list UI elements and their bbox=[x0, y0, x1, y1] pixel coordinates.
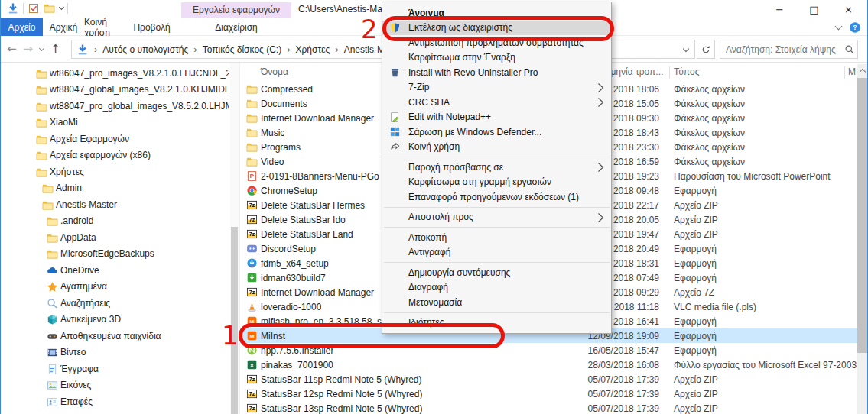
context-menu-item[interactable]: Άνοιγμα bbox=[382, 5, 611, 21]
context-menu-item[interactable]: Edit with Notepad++ bbox=[382, 110, 611, 125]
column-header-size[interactable]: Μ bbox=[848, 66, 856, 77]
qat-dropdown-icon[interactable] bbox=[59, 5, 64, 10]
tree-scrollbar-thumb[interactable] bbox=[231, 227, 238, 414]
file-row[interactable]: Xpinakas_700190028/03/2018 16:08Φύλλο ερ… bbox=[240, 357, 858, 372]
context-menu-item[interactable]: Αντιμετώπιση προβλημάτων συμβατότητας bbox=[382, 35, 611, 50]
scroll-up-button[interactable] bbox=[857, 64, 867, 76]
properties-check-icon[interactable] bbox=[28, 2, 40, 15]
back-icon[interactable]: ← bbox=[7, 44, 17, 55]
sidebar-item[interactable]: Εικόνες bbox=[2, 377, 229, 394]
context-menu-item[interactable]: Κοινή χρήση bbox=[382, 140, 611, 155]
sidebar-item[interactable]: Admin bbox=[2, 180, 229, 197]
help-icon[interactable]: ? bbox=[849, 21, 861, 34]
context-menu-item-label: Αντιμετώπιση προβλημάτων συμβατότητας bbox=[408, 37, 584, 48]
sidebar-item[interactable]: wt88047_global_images_V8.2.1.0.KHJMIDL_2… bbox=[2, 82, 229, 99]
context-menu-item[interactable]: CRC SHA bbox=[382, 95, 611, 110]
breadcrumb-item[interactable]: Χρήστες bbox=[296, 44, 330, 55]
up-icon[interactable]: ↑ bbox=[50, 44, 60, 55]
recent-locations-icon[interactable] bbox=[39, 46, 44, 51]
column-header-name[interactable]: Όνομα bbox=[261, 66, 288, 77]
folder-icon bbox=[36, 84, 47, 95]
breadcrumb-separator[interactable]: › bbox=[287, 44, 290, 55]
context-menu-item[interactable]: Αντιγραφή bbox=[382, 245, 611, 260]
context-menu-item[interactable]: Εκτέλεση ως διαχειριστής bbox=[382, 21, 611, 36]
context-menu-item[interactable]: Αποστολή προς bbox=[382, 210, 611, 225]
new-folder-icon[interactable] bbox=[44, 2, 56, 15]
sidebar-item[interactable]: Αγαπημένα bbox=[2, 279, 229, 296]
column-header-type[interactable]: Τύπος bbox=[674, 66, 699, 77]
sidebar-item[interactable]: Έγγραφα bbox=[2, 361, 229, 377]
file-name: ChromeSetup bbox=[261, 186, 317, 196]
sidebar-item[interactable]: Anestis-Master bbox=[2, 196, 229, 213]
minimize-button[interactable]: − bbox=[762, 0, 797, 18]
file-row[interactable]: npp.7.5.6.Installer16/05/2018 15:47Εφαρμ… bbox=[240, 343, 858, 357]
sidebar-item[interactable]: Αρχεία εφαρμογών (x86) bbox=[2, 147, 229, 164]
sidebar-item[interactable]: Βίντεο bbox=[2, 344, 229, 361]
sidebar-item[interactable]: .android bbox=[2, 213, 229, 230]
search-input[interactable] bbox=[726, 44, 844, 55]
breadcrumb-item[interactable]: Τοπικός δίσκος (C:) bbox=[203, 44, 282, 55]
context-menu-item[interactable]: Καρφίτσωμα στην Έναρξη bbox=[382, 50, 611, 66]
breadcrumb-item[interactable]: Αυτός ο υπολογιστής bbox=[102, 44, 188, 55]
list-scrollbar-thumb[interactable] bbox=[857, 78, 867, 353]
downloads-icon[interactable] bbox=[7, 2, 19, 15]
sidebar-item[interactable]: Αντικείμενα 3D bbox=[2, 312, 229, 328]
tree-scrollbar[interactable] bbox=[230, 63, 239, 414]
sidebar-item[interactable]: MicrosoftEdgeBackups bbox=[2, 246, 229, 263]
refresh-button[interactable] bbox=[697, 40, 715, 59]
context-menu-item[interactable]: 7-Zip bbox=[382, 80, 611, 95]
file-type: Παρουσίαση του Microsoft PowerPoint bbox=[674, 171, 831, 182]
address-dropdown-icon[interactable] bbox=[683, 45, 689, 51]
file-name: loveradio-1000 bbox=[261, 302, 321, 312]
sidebar-item-label: OneDrive bbox=[60, 265, 99, 276]
sidebar-item[interactable]: Επαφές bbox=[2, 393, 229, 410]
breadcrumb-separator[interactable]: › bbox=[193, 44, 197, 55]
context-menu-item[interactable]: Διαγραφή bbox=[382, 280, 611, 296]
ppt-icon: P bbox=[246, 170, 257, 181]
context-menu-item[interactable]: Install with Revo Uninstaller Pro bbox=[382, 65, 611, 80]
sidebar-item[interactable]: AppData bbox=[2, 229, 229, 246]
maximize-button[interactable]: □ bbox=[797, 0, 831, 18]
file-row[interactable]: 7zStatusBar 11sp Redmi Note 5 (Whyred)05… bbox=[240, 372, 858, 387]
file-type: VLC media file (.pls) bbox=[674, 302, 756, 312]
column-divider[interactable] bbox=[669, 66, 670, 79]
column-divider[interactable] bbox=[844, 66, 845, 79]
file-type: Αρχείο ZIP bbox=[674, 403, 718, 414]
search-box[interactable] bbox=[720, 40, 858, 59]
tab-Αρχείο[interactable]: Αρχείο bbox=[1, 18, 43, 36]
sidebar-item[interactable]: Αποθηκευμένα παιχνίδια bbox=[2, 328, 229, 344]
collapse-ribbon-icon[interactable] bbox=[835, 23, 843, 31]
context-menu-item-label: Διαγραφή bbox=[408, 282, 448, 293]
file-name: MiInst bbox=[261, 331, 285, 341]
tab-Προβολή[interactable]: Προβολή bbox=[132, 18, 172, 36]
sevenzip-icon: 7z bbox=[246, 374, 257, 384]
breadcrumb-separator[interactable]: › bbox=[94, 44, 97, 55]
list-scrollbar[interactable] bbox=[857, 64, 867, 414]
sidebar-item[interactable]: wt88047_pro_global_images_V8.5.2.0.LHJMI… bbox=[2, 98, 229, 115]
context-menu-item[interactable]: Δημιουργία συντόμευσης bbox=[382, 265, 611, 280]
context-menu-item[interactable]: Παροχή πρόσβασης σε bbox=[382, 160, 611, 175]
sidebar-item[interactable]: Αρχεία Εφαρμογών bbox=[2, 131, 229, 147]
context-menu-item[interactable]: Καρφίτσωμα στη γραμμή εργασιών bbox=[382, 175, 611, 190]
tab-Διαχείριση[interactable]: Διαχείριση bbox=[181, 18, 291, 36]
tab-Αρχική[interactable]: Αρχική bbox=[44, 18, 83, 36]
sidebar-item[interactable]: Χρήστες bbox=[2, 163, 229, 180]
sidebar-item[interactable] bbox=[2, 410, 229, 414]
forward-icon[interactable]: → bbox=[24, 44, 34, 55]
context-menu-item[interactable]: Σάρωση με Windows Defender... bbox=[382, 125, 611, 140]
file-type: Φάκελος αρχείων bbox=[674, 99, 745, 109]
file-row[interactable]: 7zStatusBar 12sp Redmi Note 5 (Whyred)05… bbox=[240, 387, 858, 401]
sidebar-item[interactable]: Αναζητήσεις bbox=[2, 295, 229, 312]
sidebar-item[interactable]: OneDrive bbox=[2, 262, 229, 279]
context-menu-item[interactable]: Ιδιότητες bbox=[382, 315, 611, 331]
sidebar-item[interactable]: XiaoMi bbox=[2, 115, 229, 131]
close-button[interactable]: × bbox=[831, 0, 866, 18]
breadcrumb-separator[interactable]: › bbox=[335, 44, 338, 55]
sidebar-item[interactable]: wt86047_pro_images_V8.2.1.0.LHJCNDL_2017… bbox=[2, 65, 229, 82]
context-menu-item-label: Καρφίτσωμα στη γραμμή εργασιών bbox=[408, 176, 551, 187]
tab-Κοινή χρήση[interactable]: Κοινή χρήση bbox=[84, 18, 130, 36]
context-menu-item[interactable]: Αποκοπή bbox=[382, 230, 611, 245]
file-row[interactable]: 7zStatusBar 13sp Redmi Note 5 (Whyred)05… bbox=[240, 401, 858, 414]
context-menu-item[interactable]: Επαναφορά προηγούμενων εκδόσεων (1) bbox=[382, 189, 611, 205]
context-menu-item[interactable]: Μετονομασία bbox=[382, 295, 611, 310]
